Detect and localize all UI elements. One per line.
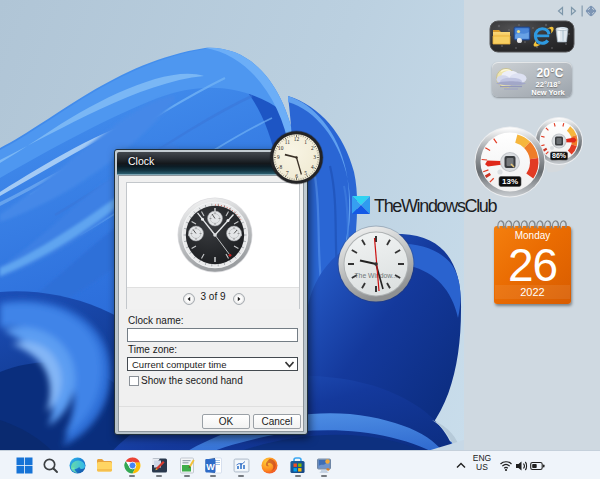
svg-text:New York: New York [531,88,565,97]
svg-text:6: 6 [295,173,298,179]
svg-text:20°C: 20°C [537,66,564,80]
svg-text:7: 7 [286,170,289,176]
svg-text:11: 11 [285,139,290,145]
svg-text:4: 4 [311,164,314,170]
svg-text:The Window...: The Window... [354,272,397,279]
svg-text:W: W [206,461,215,471]
svg-text:10: 10 [278,145,284,151]
svg-text:8: 8 [279,164,282,170]
svg-text:9: 9 [277,154,280,160]
svg-text:13%: 13% [502,177,518,186]
svg-text:5: 5 [304,170,307,176]
svg-text:1: 1 [304,139,307,145]
svg-text:3: 3 [313,154,316,160]
svg-text:12: 12 [294,136,300,142]
svg-text:2: 2 [311,145,314,151]
svg-text:86%: 86% [552,152,567,159]
